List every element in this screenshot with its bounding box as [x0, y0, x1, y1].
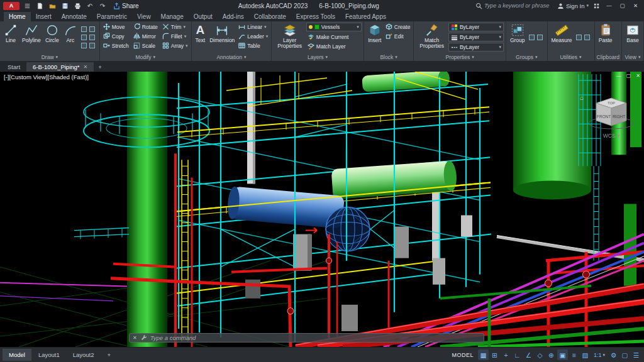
object-snap-icon[interactable]: ▣: [557, 349, 568, 360]
linear-tool[interactable]: Linear▾: [237, 22, 269, 31]
group-button[interactable]: Group: [508, 22, 527, 54]
command-close-icon[interactable]: ✕: [133, 335, 137, 341]
wcs-selector[interactable]: WCS ▾: [603, 133, 619, 139]
viewport-controls-label[interactable]: [-][Custom View][Shaded (Fast)]: [4, 74, 89, 80]
search-input[interactable]: [484, 3, 555, 9]
model-space-toggle[interactable]: MODEL: [448, 352, 477, 358]
viewport-canvas[interactable]: [0, 72, 644, 347]
polyline-tool[interactable]: Polyline: [20, 22, 43, 54]
utilities-extra-tools[interactable]: [575, 22, 592, 54]
snap-icon[interactable]: ⊞: [489, 349, 500, 360]
new-file-icon[interactable]: [35, 1, 45, 11]
viewcube-top-face[interactable]: TOP: [608, 101, 615, 105]
groups-panel-label[interactable]: Groups▾: [507, 54, 547, 61]
plot-icon[interactable]: [72, 1, 82, 11]
isometric-drafting-icon[interactable]: ◇: [535, 349, 545, 360]
redo-icon[interactable]: ↷: [97, 1, 108, 11]
layer-properties-button[interactable]: Layer Properties: [274, 22, 306, 54]
properties-panel-label[interactable]: Properties▾: [414, 54, 505, 61]
paste-button[interactable]: Paste: [597, 22, 614, 54]
groups-extra-tools[interactable]: [528, 22, 545, 54]
tab-addins[interactable]: Add-ins: [218, 12, 249, 21]
apps-icon[interactable]: [591, 1, 601, 11]
infer-constraints-icon[interactable]: +: [501, 349, 511, 360]
tab-insert[interactable]: Insert: [31, 12, 57, 21]
draw-extra-icon[interactable]: [89, 35, 95, 40]
viewcube[interactable]: ⌂ TOP FRONT RIGHT WCS ▾: [585, 94, 638, 139]
vp-restore-icon[interactable]: ▢: [626, 73, 631, 79]
quick-calc-icon[interactable]: [584, 35, 590, 40]
app-menu-icon[interactable]: [22, 1, 32, 11]
command-line[interactable]: ✕: [129, 333, 484, 343]
transparency-icon[interactable]: ▨: [580, 349, 591, 360]
rotate-tool[interactable]: Rotate: [132, 22, 159, 31]
wireframe-sphere[interactable]: [326, 207, 370, 251]
save-icon[interactable]: [60, 1, 70, 11]
layer-dropdown[interactable]: Vessels ▾: [306, 23, 362, 31]
vp-close-icon[interactable]: ✕: [636, 73, 640, 79]
lineweight-display-icon[interactable]: ≡: [569, 349, 579, 360]
leader-tool[interactable]: Leader▾: [237, 31, 269, 41]
match-properties-button[interactable]: Match Properties: [416, 22, 448, 54]
clean-screen-icon[interactable]: ▢: [619, 349, 630, 360]
drawing-tab[interactable]: 6-B-1000_Piping*✕: [26, 62, 94, 72]
array-tool[interactable]: Array▾: [161, 41, 189, 50]
maximize-button[interactable]: ▢: [617, 1, 628, 11]
close-drawing-icon[interactable]: ✕: [84, 64, 88, 70]
viewcube-home-icon[interactable]: ⌂: [580, 94, 584, 101]
undo-icon[interactable]: ↶: [85, 1, 95, 11]
tab-parametric[interactable]: Parametric: [92, 12, 132, 21]
edit-block-button[interactable]: Edit: [384, 31, 412, 41]
tab-output[interactable]: Output: [189, 12, 218, 21]
ungroup-icon[interactable]: [537, 35, 543, 40]
layout1-tab[interactable]: Layout1: [32, 349, 66, 361]
viewcube-right-face[interactable]: RIGHT: [613, 114, 625, 119]
stretch-tool[interactable]: Stretch: [102, 41, 130, 50]
search-box[interactable]: [475, 3, 555, 9]
vp-minimize-icon[interactable]: —: [616, 73, 621, 79]
annotation-panel-label[interactable]: Annotation▾: [192, 54, 271, 61]
model-tab[interactable]: Model: [3, 349, 31, 361]
customize-icon[interactable]: ☰: [631, 349, 641, 360]
viewport[interactable]: [-][Custom View][Shaded (Fast)] — ▢ ✕ ⌂ …: [0, 72, 644, 347]
polar-tracking-icon[interactable]: ∠: [523, 349, 534, 360]
draw-extra-icon[interactable]: [89, 26, 95, 32]
sign-in-button[interactable]: Sign In ▾: [557, 3, 589, 9]
tab-manage[interactable]: Manage: [156, 12, 189, 21]
fillet-tool[interactable]: Fillet▾: [161, 31, 189, 41]
layout2-tab[interactable]: Layout2: [67, 349, 101, 361]
start-tab[interactable]: Start: [1, 62, 26, 72]
draw-extra-icon[interactable]: [81, 35, 87, 40]
close-button[interactable]: ✕: [630, 1, 641, 11]
add-layout-button[interactable]: +: [101, 349, 118, 361]
view-panel-label[interactable]: View▾: [623, 54, 643, 61]
tab-collaborate[interactable]: Collaborate: [249, 12, 291, 21]
open-file-icon[interactable]: [47, 1, 57, 11]
modify-panel-label[interactable]: Modify▾: [101, 54, 191, 61]
create-block-button[interactable]: Create: [384, 22, 412, 31]
tab-home[interactable]: Home: [4, 12, 31, 21]
draw-extra-tools[interactable]: [80, 22, 97, 54]
utilities-panel-label[interactable]: Utilities▾: [548, 54, 594, 61]
linetype-dropdown[interactable]: ByLayer ▾: [448, 43, 504, 52]
object-snap-tracking-icon[interactable]: ⊕: [546, 349, 557, 360]
annotation-scale[interactable]: 1:1▾: [591, 352, 608, 358]
make-current-button[interactable]: Make Current: [306, 32, 362, 41]
clipboard-panel-label[interactable]: Clipboard: [596, 54, 621, 61]
layers-panel-label[interactable]: Layers▾: [272, 54, 363, 61]
command-input[interactable]: [150, 334, 480, 341]
object-color-dropdown[interactable]: ByLayer ▾: [448, 23, 504, 31]
draw-extra-icon[interactable]: [81, 43, 87, 48]
grid-icon[interactable]: ▦: [478, 349, 489, 360]
draw-extra-icon[interactable]: [81, 26, 87, 32]
tab-view[interactable]: View: [132, 12, 156, 21]
draw-panel-label[interactable]: Draw▾: [1, 54, 99, 61]
arc-tool[interactable]: Arc: [62, 22, 79, 54]
workspace-gear-icon[interactable]: ⚙: [608, 349, 619, 360]
ortho-icon[interactable]: ∟: [512, 349, 523, 360]
tab-express-tools[interactable]: Express Tools: [291, 12, 340, 21]
table-tool[interactable]: Table: [237, 41, 269, 50]
scale-tool[interactable]: Scale: [132, 41, 159, 50]
match-layer-button[interactable]: Match Layer: [306, 41, 362, 51]
viewcube-front-face[interactable]: FRONT: [597, 114, 611, 119]
